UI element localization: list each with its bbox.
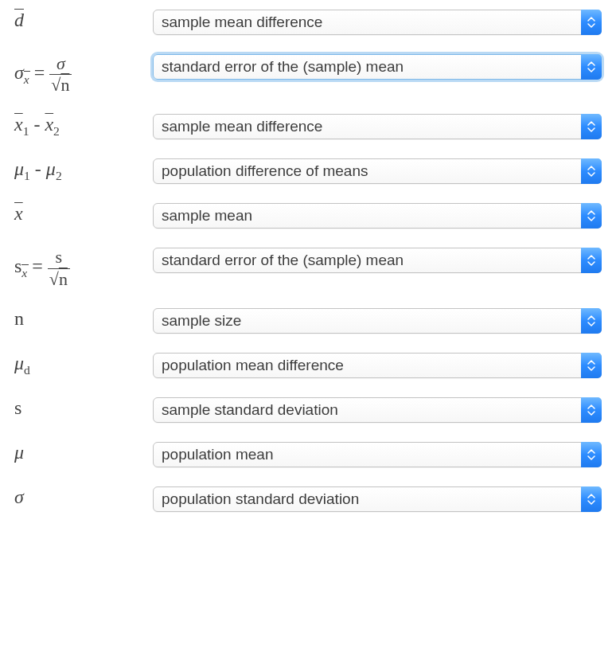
symbol-xbar: x	[14, 203, 153, 224]
dropdown-mu-d[interactable]: population mean difference	[153, 353, 602, 378]
dropdown-value: standard error of the (sample) mean	[162, 252, 404, 269]
symbol-mu-d: μd	[14, 353, 153, 377]
dropdown-value: population mean	[162, 446, 274, 463]
row-sigma-xbar: σx = σ √n standard error of the (sample)…	[14, 54, 602, 95]
row-xbar: x sample mean	[14, 203, 602, 229]
dropdown-value: sample mean difference	[162, 14, 322, 31]
chevron-updown-icon	[581, 397, 602, 423]
dropdown-value: sample mean	[162, 207, 252, 225]
chevron-updown-icon	[581, 54, 602, 80]
row-mu: μ population mean	[14, 442, 602, 467]
dropdown-dbar[interactable]: sample mean difference	[153, 10, 602, 35]
dropdown-x1-x2[interactable]: sample mean difference	[153, 114, 602, 139]
symbol-sigma: σ	[14, 486, 153, 507]
chevron-updown-icon	[581, 486, 602, 512]
symbol-s: s	[14, 397, 153, 418]
row-sigma: σ population standard deviation	[14, 486, 602, 512]
dropdown-sigma[interactable]: population standard deviation	[153, 486, 602, 512]
chevron-updown-icon	[581, 308, 602, 334]
dropdown-sigma-xbar[interactable]: standard error of the (sample) mean	[153, 54, 602, 80]
chevron-updown-icon	[581, 442, 602, 467]
row-mu1-mu2: μ1 - μ2 population difference of means	[14, 158, 602, 184]
chevron-updown-icon	[581, 10, 602, 35]
row-dbar: d sample mean difference	[14, 10, 602, 35]
dropdown-value: standard error of the (sample) mean	[162, 58, 404, 76]
chevron-updown-icon	[581, 353, 602, 378]
dropdown-mu[interactable]: population mean	[153, 442, 602, 467]
row-s: s sample standard deviation	[14, 397, 602, 423]
symbol-mu1-mu2: μ1 - μ2	[14, 158, 153, 182]
chevron-updown-icon	[581, 158, 602, 184]
dropdown-value: sample standard deviation	[162, 401, 338, 419]
symbol-dbar: d	[14, 10, 153, 30]
dropdown-mu1-mu2[interactable]: population difference of means	[153, 158, 602, 184]
dropdown-value: sample mean difference	[162, 118, 322, 135]
symbol-sigma-xbar: σx = σ √n	[14, 54, 153, 95]
symbol-s-xbar: sx = s √n	[14, 248, 153, 288]
chevron-updown-icon	[581, 203, 602, 229]
symbol-x1-x2: x1 - x2	[14, 114, 153, 138]
symbol-n: n	[14, 308, 153, 329]
dropdown-value: sample size	[162, 312, 241, 330]
symbol-mu: μ	[14, 442, 153, 463]
dropdown-n[interactable]: sample size	[153, 308, 602, 334]
dropdown-value: population mean difference	[162, 357, 344, 374]
row-n: n sample size	[14, 308, 602, 334]
chevron-updown-icon	[581, 248, 602, 273]
chevron-updown-icon	[581, 114, 602, 139]
row-s-xbar: sx = s √n standard error of the (sample)…	[14, 248, 602, 288]
dropdown-value: population standard deviation	[162, 490, 359, 508]
dropdown-s-xbar[interactable]: standard error of the (sample) mean	[153, 248, 602, 273]
row-mu-d: μd population mean difference	[14, 353, 602, 378]
dropdown-xbar[interactable]: sample mean	[153, 203, 602, 229]
dropdown-s[interactable]: sample standard deviation	[153, 397, 602, 423]
row-x1-x2: x1 - x2 sample mean difference	[14, 114, 602, 139]
dropdown-value: population difference of means	[162, 162, 368, 180]
